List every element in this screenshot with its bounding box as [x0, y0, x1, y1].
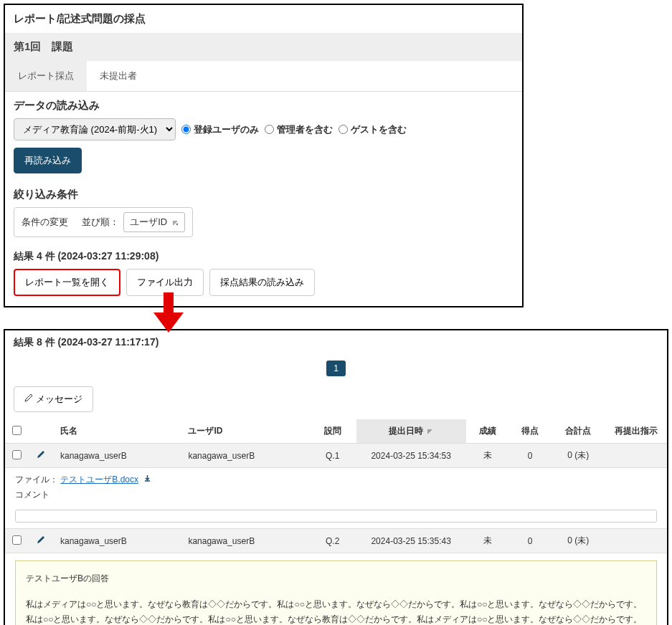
answer-body: 私はメディアは○○と思います。なぜなら教育は◇◇だからです。私は○○と思います。…	[26, 597, 646, 625]
radio-registered-users[interactable]: 登録ユーザのみ	[181, 123, 259, 136]
message-button[interactable]: メッセージ	[14, 386, 93, 412]
results-heading-top: 結果 4 件 (2024-03:27 11:29:08)	[5, 244, 522, 269]
reload-button[interactable]: 再読み込み	[14, 148, 82, 173]
data-load-section: データの読み込み メディア教育論 (2024-前期-火1) 登録ユーザのみ 管理…	[5, 92, 522, 181]
sort-label: 並び順：	[82, 216, 119, 229]
cell-uid: kanagawa_userB	[181, 444, 308, 468]
col-userid[interactable]: ユーザID	[181, 419, 308, 444]
answer-row: テストユーザBの回答 私はメディアは○○と思います。なぜなら教育は◇◇だからです…	[5, 553, 667, 626]
page-1-button[interactable]: 1	[326, 361, 346, 376]
cell-uid: kanagawa_userB	[181, 529, 308, 553]
row-checkbox[interactable]	[12, 450, 22, 459]
col-total[interactable]: 合計点	[552, 419, 605, 444]
cell-q: Q.2	[309, 529, 356, 553]
cell-dt: 2024-03-25 15:34:53	[356, 444, 466, 468]
radio-registered-users-input[interactable]	[181, 125, 191, 134]
file-label: ファイル：	[15, 474, 58, 485]
radio-include-guests[interactable]: ゲストを含む	[339, 123, 407, 136]
download-icon[interactable]	[143, 474, 151, 485]
pagination: 1	[5, 355, 667, 382]
filter-box: 条件の変更 並び順： ユーザID	[14, 207, 193, 237]
file-row: ファイル： テストユーザB.docx コメント	[5, 468, 667, 529]
sort-asc-icon	[171, 217, 179, 228]
tab-report-grading[interactable]: レポート採点	[5, 61, 87, 91]
select-all-checkbox[interactable]	[12, 426, 22, 435]
comment-input[interactable]	[15, 510, 657, 523]
cell-score: 0	[508, 529, 551, 553]
course-select[interactable]: メディア教育論 (2024-前期-火1)	[14, 118, 176, 140]
cell-score: 0	[508, 444, 551, 468]
row-checkbox[interactable]	[12, 535, 22, 545]
radio-include-admins[interactable]: 管理者を含む	[265, 123, 333, 136]
grading-panel: レポート/記述式問題の採点 第1回 課題 レポート採点 未提出者 データの読み込…	[4, 4, 524, 307]
results-buttons: レポート一覧を開く ファイル出力 採点結果の読み込み	[5, 269, 522, 306]
radio-include-admins-input[interactable]	[265, 125, 274, 134]
radio-include-guests-input[interactable]	[339, 125, 348, 134]
cell-dt: 2024-03-25 15:35:43	[356, 529, 466, 553]
results-panel: 結果 8 件 (2024-03-27 11:17:17) 1 メッセージ 氏名 …	[4, 329, 668, 625]
sort-select[interactable]: ユーザID	[123, 212, 185, 232]
col-name[interactable]: 氏名	[53, 419, 181, 444]
cell-grade: 未	[466, 529, 508, 553]
answer-title: テストユーザBの回答	[26, 571, 646, 587]
col-resubmit[interactable]: 再提出指示	[605, 419, 667, 444]
filter-heading: 絞り込み条件	[14, 188, 514, 201]
answer-box: テストユーザBの回答 私はメディアは○○と思います。なぜなら教育は◇◇だからです…	[15, 560, 657, 625]
filter-section: 絞り込み条件 条件の変更 並び順： ユーザID	[5, 181, 522, 244]
col-submitted[interactable]: 提出日時	[356, 419, 466, 444]
sort-desc-icon	[426, 426, 433, 436]
file-link[interactable]: テストユーザB.docx	[60, 474, 138, 485]
col-grade[interactable]: 成績	[466, 419, 508, 444]
comment-label: コメント	[15, 489, 657, 501]
cell-total: 0 (未)	[552, 529, 605, 553]
table-row: kanagawa_userB kanagawa_userB Q.2 2024-0…	[5, 529, 667, 553]
cell-total: 0 (未)	[552, 444, 605, 468]
edit-icon[interactable]	[36, 452, 46, 462]
open-report-list-button[interactable]: レポート一覧を開く	[14, 269, 120, 296]
col-question[interactable]: 設問	[309, 419, 356, 444]
cell-grade: 未	[466, 444, 508, 468]
cell-name: kanagawa_userB	[53, 529, 181, 553]
page-title: レポート/記述式問題の採点	[5, 5, 522, 33]
data-load-heading: データの読み込み	[14, 99, 514, 113]
tab-non-submitters[interactable]: 未提出者	[87, 61, 150, 91]
cell-name: kanagawa_userB	[53, 444, 181, 468]
cell-q: Q.1	[309, 444, 356, 468]
edit-icon[interactable]	[36, 537, 46, 547]
tab-bar: レポート採点 未提出者	[5, 61, 522, 92]
table-row: kanagawa_userB kanagawa_userB Q.1 2024-0…	[5, 444, 667, 468]
results-table: 氏名 ユーザID 設問 提出日時 成績 得点 合計点 再提出指示	[5, 419, 667, 625]
results-heading-bottom: 結果 8 件 (2024-03-27 11:17:17)	[5, 330, 667, 355]
change-conditions-link[interactable]: 条件の変更	[22, 216, 68, 229]
flow-arrow-icon	[151, 292, 186, 338]
col-score[interactable]: 得点	[508, 419, 551, 444]
import-grades-button[interactable]: 採点結果の読み込み	[209, 269, 315, 296]
pencil-icon	[24, 393, 36, 404]
assignment-title: 第1回 課題	[5, 33, 522, 61]
